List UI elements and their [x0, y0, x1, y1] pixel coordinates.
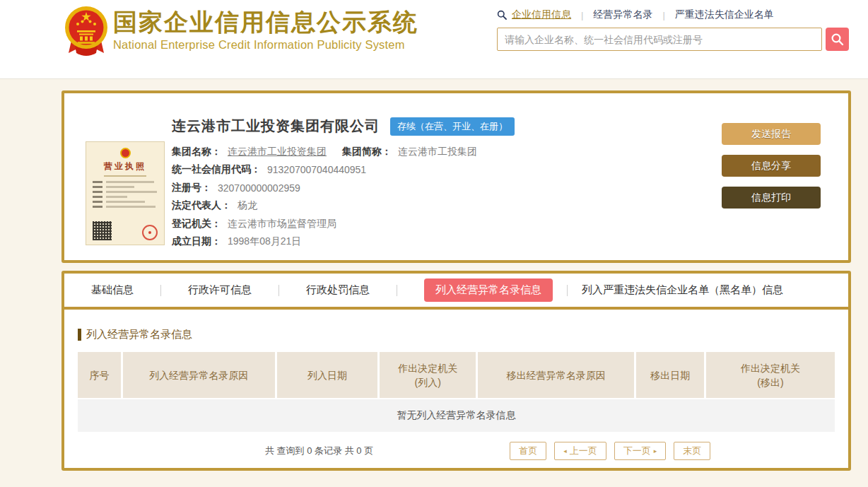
tab-admin-license[interactable]: 行政许可信息	[188, 283, 252, 297]
table-header-row: 序号 列入经营异常名录原因 列入日期 作出决定机关(列入) 移出经营异常名录原因…	[78, 352, 835, 398]
col-header-listing-reason: 列入经营异常名录原因	[123, 352, 275, 398]
field-value: 1998年08月21日	[228, 235, 301, 248]
tab-content: 列入经营异常名录信息 序号 列入经营异常名录原因 列入日期 作出决定机关(列入)…	[64, 328, 848, 460]
license-subtitle-line	[104, 175, 146, 177]
section-title-text: 列入经营异常名录信息	[86, 328, 192, 341]
section-title: 列入经营异常名录信息	[78, 328, 835, 341]
nav-link-blacklist[interactable]: 严重违法失信企业名单	[675, 8, 774, 21]
license-title: 营业执照	[93, 160, 158, 172]
detail-card: 基础信息 行政许可信息 行政处罚信息 列入经营异常名录信息 列入严重违法失信企业…	[61, 271, 851, 471]
field-value: 320700000002959	[218, 182, 300, 194]
tab-admin-penalty[interactable]: 行政处罚信息	[306, 283, 370, 297]
print-info-button[interactable]: 信息打印	[722, 187, 821, 209]
search-icon	[497, 10, 507, 20]
col-header-removal-reason: 移出经营异常名录原因	[478, 352, 634, 398]
col-header-removal-date: 移出日期	[636, 352, 703, 398]
table-empty-state: 暂无列入经营异常名录信息	[78, 399, 835, 432]
nav-separator: |	[662, 10, 664, 20]
field-label: 登记机关：	[172, 218, 221, 230]
tab-basic-info[interactable]: 基础信息	[91, 283, 134, 297]
col-header-index: 序号	[78, 352, 121, 398]
tab-divider	[278, 285, 279, 296]
tab-divider	[397, 285, 397, 296]
nav-link-abnormal-list[interactable]: 经营异常名录	[593, 8, 652, 21]
national-emblem-logo	[64, 5, 109, 57]
site-header: 国家企业信用信息公示系统 National Enterprise Credit …	[0, 0, 868, 79]
field-value: 杨龙	[237, 199, 257, 212]
tab-divider	[567, 285, 568, 296]
search-bar	[497, 28, 854, 51]
nav-separator: |	[581, 10, 583, 20]
company-details: 连云港市工业投资集团有限公司 存续（在营、开业、在册） 集团名称： 连云港市工业…	[172, 93, 709, 251]
send-report-button[interactable]: 发送报告	[722, 123, 821, 145]
tab-bar: 基础信息 行政许可信息 行政处罚信息 列入经营异常名录信息 列入严重违法失信企业…	[64, 274, 848, 310]
pagination: 共 查询到 0 条记录 共 0 页 首页 ◂ 上一页 下一页 ▸ 末页	[78, 442, 835, 460]
nav-link-enterprise-credit[interactable]: 企业信用信息	[512, 8, 571, 21]
tab-blacklist[interactable]: 列入严重违法失信企业名单（黑名单）信息	[582, 283, 783, 297]
search-button[interactable]	[826, 28, 849, 51]
field-value: 连云港市市场监督管理局	[228, 218, 336, 230]
section-title-bar	[78, 329, 81, 341]
business-license-image: 营业执照	[86, 141, 165, 245]
field-group-name: 集团名称： 连云港市工业投资集团 集团简称： 连云港市工投集团	[172, 143, 709, 161]
tab-divider	[160, 285, 161, 296]
field-label: 集团简称：	[342, 146, 392, 158]
next-page-button[interactable]: 下一页 ▸	[614, 442, 667, 460]
company-info-card: 营业执照 连云港市工业投资集团有限公司 存续（在营、开业、在册） 集团名称： 连…	[61, 90, 851, 263]
field-registration-number: 注册号： 320700000002959	[172, 179, 709, 197]
field-label: 成立日期：	[172, 235, 221, 248]
site-subtitle: National Enterprise Credit Information P…	[113, 38, 418, 52]
company-actions: 发送报告 信息分享 信息打印	[722, 123, 821, 209]
license-qr-code	[93, 221, 112, 240]
field-label: 统一社会信用代码：	[172, 163, 261, 176]
field-registration-authority: 登记机关： 连云港市市场监督管理局	[172, 215, 709, 233]
field-credit-code: 统一社会信用代码： 913207007040440951	[172, 161, 709, 180]
header-search-area: 企业信用信息 | 经营异常名录 | 严重违法失信企业名单	[497, 8, 854, 51]
field-value: 连云港市工投集团	[398, 146, 477, 158]
col-header-listing-authority: 作出决定机关(列入)	[380, 352, 476, 398]
prev-page-button[interactable]: ◂ 上一页	[554, 442, 606, 460]
col-header-removal-authority: 作出决定机关(移出)	[706, 352, 835, 398]
last-page-button[interactable]: 末页	[674, 442, 710, 460]
next-arrow-icon: ▸	[654, 448, 657, 454]
record-count-summary: 共 查询到 0 条记录 共 0 页	[265, 445, 373, 457]
field-label: 集团名称：	[172, 146, 221, 158]
license-emblem-icon	[120, 148, 131, 158]
field-label: 注册号：	[172, 182, 211, 194]
col-header-listing-date: 列入日期	[277, 352, 378, 398]
group-name-link[interactable]: 连云港市工业投资集团	[228, 146, 327, 158]
site-title: 国家企业信用信息公示系统	[113, 8, 418, 36]
company-status-badge: 存续（在营、开业、在册）	[390, 117, 515, 136]
field-value: 913207007040440951	[267, 164, 366, 175]
search-type-nav: 企业信用信息 | 经营异常名录 | 严重违法失信企业名单	[497, 8, 854, 21]
share-info-button[interactable]: 信息分享	[722, 155, 821, 177]
field-label: 法定代表人：	[172, 199, 231, 212]
first-page-button[interactable]: 首页	[510, 442, 546, 460]
field-establishment-date: 成立日期： 1998年08月21日	[172, 233, 709, 252]
search-button-icon	[831, 33, 844, 46]
company-name: 连云港市工业投资集团有限公司	[172, 117, 380, 136]
field-legal-representative: 法定代表人： 杨龙	[172, 197, 709, 216]
search-input[interactable]	[497, 28, 822, 51]
tab-abnormal-list[interactable]: 列入经营异常名录信息	[424, 278, 553, 302]
license-red-seal	[142, 225, 158, 240]
site-title-block: 国家企业信用信息公示系统 National Enterprise Credit …	[113, 8, 418, 52]
prev-arrow-icon: ◂	[563, 448, 567, 454]
